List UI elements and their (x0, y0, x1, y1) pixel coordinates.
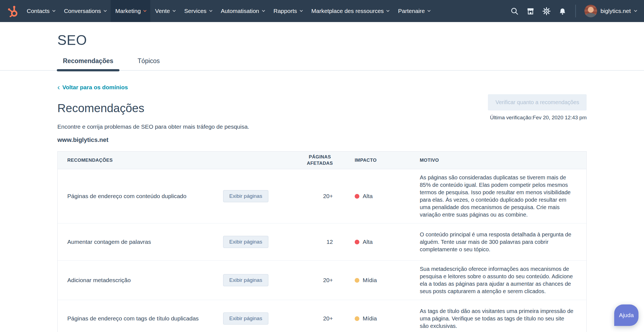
nav-item[interactable]: Rapports (269, 0, 307, 22)
col-header-motivo: MOTIVO (397, 158, 586, 163)
pages-affected-value: 20+ (276, 277, 334, 284)
chevron-down-icon (173, 9, 176, 12)
impact-label: Mídia (363, 277, 377, 284)
nav-item[interactable]: Conversations (59, 0, 111, 22)
domain-name: www.biglytics.net (57, 136, 587, 144)
chevron-left-icon: ‹ (57, 85, 60, 90)
nav-item-label: Vente (155, 8, 170, 14)
pages-affected-value: 20+ (276, 193, 334, 199)
hubspot-logo-icon[interactable] (7, 5, 19, 17)
nav-item-label: Services (184, 8, 207, 14)
action-cell: Exibir páginas (215, 236, 276, 248)
recommendation-name: Adicionar metadescrição (58, 277, 215, 284)
chevron-down-icon (386, 9, 389, 12)
nav-item[interactable]: Vente (150, 0, 180, 22)
impact-dot-icon (355, 240, 359, 244)
nav-item[interactable]: Marketplace des ressources (307, 0, 394, 22)
back-to-domains-link[interactable]: ‹ Voltar para os domínios (57, 84, 128, 91)
settings-icon[interactable] (542, 7, 551, 15)
col-header-recommendations: RECOMENDAÇÕES (58, 158, 215, 163)
pages-affected-value: 20+ (276, 315, 334, 322)
impact-dot-icon (355, 194, 359, 199)
nav-item[interactable]: Services (180, 0, 216, 22)
tab-recomendacoes[interactable]: Recomendações (57, 55, 119, 70)
table-row: Páginas de endereço com tags de título d… (58, 300, 586, 332)
recommendation-name: Páginas de endereço com tags de título d… (58, 315, 215, 322)
tabs-bar: Recomendações Tópicos (0, 55, 644, 71)
chevron-down-icon (143, 9, 146, 12)
motivo-text: O conteúdo principal é uma resposta deta… (397, 226, 586, 258)
chevron-down-icon (52, 9, 55, 12)
nav-item-label: Marketplace des ressources (311, 8, 384, 14)
motivo-text: As tags de título dão aos visitantes uma… (397, 303, 586, 332)
nav-item-label: Rapports (274, 8, 297, 14)
nav-item[interactable]: Marketing (111, 0, 150, 22)
chevron-down-icon (104, 9, 107, 12)
show-pages-button[interactable]: Exibir páginas (223, 190, 268, 202)
page-head: ‹ Voltar para os domínios Recomendações … (57, 84, 587, 115)
app-header: SEO Recomendações Tópicos (0, 33, 644, 71)
table-row: Aumentar contagem de palavras Exibir pág… (58, 223, 586, 260)
impact-dot-icon (355, 278, 359, 283)
marketplace-icon[interactable] (526, 7, 535, 15)
nav-item[interactable]: Automatisation (216, 0, 269, 22)
main-content: ‹ Voltar para os domínios Recomendações … (0, 71, 644, 332)
col-header-pages: PÁGINAS AFETADAS (276, 154, 334, 166)
account-menu[interactable]: biglytics.net (584, 5, 636, 17)
nav-menu: Contacts Conversations Marketing Vente S… (22, 0, 434, 22)
motivo-text: Sua metadescrição oferece informações ao… (397, 261, 586, 300)
last-checked-text: Última verificação:Fev 20, 2020 12:43 pm (488, 115, 587, 121)
notifications-icon[interactable] (558, 7, 567, 15)
chevron-down-icon (634, 9, 637, 12)
impact-label: Mídia (363, 315, 377, 322)
nav-item[interactable]: Partenaire (393, 0, 434, 22)
table-body: Páginas de endereço com conteúdo duplica… (58, 169, 586, 332)
nav-item-label: Automatisation (221, 8, 259, 14)
chevron-down-icon (427, 9, 431, 12)
nav-item-label: Marketing (115, 8, 141, 14)
nav-item-label: Contacts (27, 8, 50, 14)
recommendation-name: Páginas de endereço com conteúdo duplica… (58, 193, 215, 199)
col-header-impact: IMPACTO (334, 158, 397, 163)
show-pages-button[interactable]: Exibir páginas (223, 312, 268, 325)
search-icon[interactable] (510, 7, 519, 15)
top-navigation: Contacts Conversations Marketing Vente S… (0, 0, 644, 22)
impact-cell: Alta (334, 193, 397, 199)
table-row: Adicionar metadescrição Exibir páginas 2… (58, 260, 586, 300)
motivo-text: As páginas são consideradas duplicatas s… (397, 169, 586, 223)
back-link-label: Voltar para os domínios (62, 84, 128, 91)
chevron-down-icon (262, 9, 265, 12)
chevron-down-icon (300, 9, 303, 12)
impact-label: Alta (363, 239, 373, 245)
recommendation-name: Aumentar contagem de palavras (58, 239, 215, 245)
page-title: SEO (57, 33, 644, 48)
nav-item-label: Conversations (64, 8, 101, 14)
impact-cell: Mídia (334, 277, 397, 284)
action-cell: Exibir páginas (215, 190, 276, 202)
action-cell: Exibir páginas (215, 312, 276, 325)
pages-affected-value: 12 (276, 239, 334, 245)
show-pages-button[interactable]: Exibir páginas (223, 236, 268, 248)
impact-dot-icon (355, 316, 359, 321)
section-description: Encontre e corrija problemas de SEO para… (57, 123, 587, 130)
table-header-row: RECOMENDAÇÕES PÁGINAS AFETADAS IMPACTO M… (58, 152, 586, 169)
chevron-down-icon (209, 9, 212, 12)
nav-right-cluster: biglytics.net (510, 5, 636, 17)
check-recommendations-button[interactable]: Verificar quanto a recomendações (488, 94, 587, 110)
account-domain: biglytics.net (600, 8, 631, 14)
head-right: Verificar quanto a recomendações Última … (488, 94, 587, 121)
nav-divider (575, 5, 576, 17)
nav-item-label: Partenaire (398, 8, 425, 14)
tab-topicos[interactable]: Tópicos (132, 55, 166, 70)
action-cell: Exibir páginas (215, 274, 276, 286)
impact-cell: Mídia (334, 315, 397, 322)
show-pages-button[interactable]: Exibir páginas (223, 274, 268, 286)
nav-item[interactable]: Contacts (22, 0, 59, 22)
avatar (584, 5, 597, 17)
help-button[interactable]: Ajuda (614, 304, 638, 326)
table-row: Páginas de endereço com conteúdo duplica… (58, 169, 586, 223)
recommendations-table: RECOMENDAÇÕES PÁGINAS AFETADAS IMPACTO M… (57, 151, 587, 332)
impact-label: Alta (363, 193, 373, 199)
impact-cell: Alta (334, 239, 397, 245)
